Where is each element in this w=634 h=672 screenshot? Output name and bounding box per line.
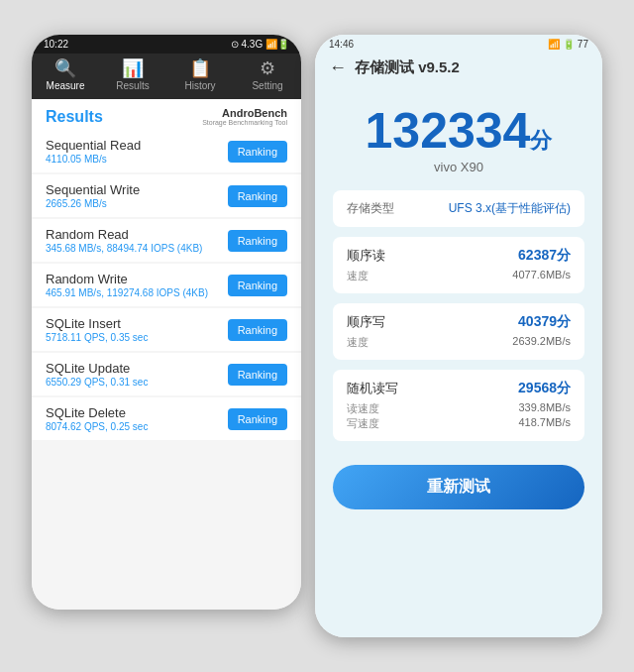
metric-sub-row: 速度 4077.6MB/s <box>347 269 571 283</box>
metric-sub-value: 2639.2MB/s <box>512 335 571 350</box>
icons-left: ⊙ 4.3G 📶🔋 <box>231 39 289 50</box>
results-header: Results AndroBench Storage Benchmarking … <box>32 99 301 130</box>
left-content: Results AndroBench Storage Benchmarking … <box>32 99 301 610</box>
androbench-logo: AndroBench Storage Benchmarking Tool <box>202 107 287 126</box>
metric-sub-row1: 读速度 339.8MB/s <box>347 401 571 416</box>
nav-tabs: 🔍 Measure 📊 Results 📋 History ⚙ Setting <box>32 54 301 99</box>
history-icon: 📋 <box>189 59 211 77</box>
tab-measure[interactable]: 🔍 Measure <box>32 59 99 91</box>
bench-item: Sequential Write 2665.26 MB/s Ranking <box>32 174 301 217</box>
bench-name: SQLite Insert <box>46 316 148 331</box>
logo-main: AndroBench <box>202 107 287 119</box>
score-display: 132334分 <box>333 106 584 156</box>
metric-block: 顺序写 40379分 速度 2639.2MB/s <box>333 303 584 360</box>
bench-value: 345.68 MB/s, 88494.74 IOPS (4KB) <box>46 243 202 254</box>
metric-row: 顺序写 40379分 <box>347 313 571 331</box>
metric-sub-label: 速度 <box>347 269 369 283</box>
bench-item: Random Read 345.68 MB/s, 88494.74 IOPS (… <box>32 219 301 262</box>
bench-item-info: Sequential Read 4110.05 MB/s <box>46 138 141 165</box>
measure-icon: 🔍 <box>54 59 76 77</box>
restart-btn-container: 重新测试 <box>333 451 584 515</box>
bench-name: Random Read <box>46 227 202 242</box>
metric-score: 40379分 <box>518 313 571 331</box>
left-phone: 10:22 ⊙ 4.3G 📶🔋 🔍 Measure 📊 Results 📋 Hi… <box>32 35 301 610</box>
bench-value: 8074.62 QPS, 0.25 sec <box>46 421 148 432</box>
bench-value: 465.91 MB/s, 119274.68 IOPS (4KB) <box>46 287 208 298</box>
results-title: Results <box>46 108 103 126</box>
metric-sub-value2: 418.7MB/s <box>518 416 571 431</box>
tab-setting-label: Setting <box>252 80 282 91</box>
time-right: 14:46 <box>329 39 354 50</box>
time-left: 10:22 <box>44 39 68 50</box>
status-bar-left: 10:22 ⊙ 4.3G 📶🔋 <box>32 35 301 54</box>
ranking-button[interactable]: Ranking <box>228 408 287 430</box>
restart-button[interactable]: 重新测试 <box>333 465 584 509</box>
bench-name: SQLite Update <box>46 361 148 376</box>
benchmark-list: Sequential Read 4110.05 MB/s Ranking Seq… <box>32 130 301 440</box>
metric-sub-row2: 写速度 418.7MB/s <box>347 416 571 431</box>
metric-row: 随机读写 29568分 <box>347 380 571 397</box>
logo-sub: Storage Benchmarking Tool <box>202 119 287 126</box>
metric-score: 29568分 <box>518 380 571 397</box>
metric-name: 顺序写 <box>347 313 385 331</box>
metric-score: 62387分 <box>518 247 571 265</box>
tab-measure-label: Measure <box>47 80 85 91</box>
ranking-button[interactable]: Ranking <box>228 141 287 163</box>
bench-item: Sequential Read 4110.05 MB/s Ranking <box>32 130 301 172</box>
right-header: ← 存储测试 v9.5.2 <box>315 54 602 86</box>
bench-name: Sequential Write <box>46 182 140 197</box>
icons-right: 📶 🔋 77 <box>548 39 588 50</box>
ranking-button[interactable]: Ranking <box>228 230 287 252</box>
bench-name: SQLite Delete <box>46 405 148 420</box>
bench-item-info: SQLite Delete 8074.62 QPS, 0.25 sec <box>46 405 148 432</box>
bench-value: 4110.05 MB/s <box>46 154 141 165</box>
metric-sub-label2: 写速度 <box>347 416 379 431</box>
tab-history-label: History <box>184 80 215 91</box>
bench-item-info: SQLite Update 6550.29 QPS, 0.31 sec <box>46 361 148 388</box>
storage-type-value: UFS 3.x(基于性能评估) <box>449 200 571 217</box>
bench-item: SQLite Delete 8074.62 QPS, 0.25 sec Rank… <box>32 397 301 440</box>
ranking-button[interactable]: Ranking <box>228 364 287 386</box>
metric-sub-label1: 读速度 <box>347 401 379 416</box>
bench-item: SQLite Insert 5718.11 QPS, 0.35 sec Rank… <box>32 308 301 351</box>
bench-name: Sequential Read <box>46 138 141 153</box>
right-body: 132334分 vivo X90 存储类型 UFS 3.x(基于性能评估) 顺序… <box>315 86 602 637</box>
results-icon: 📊 <box>122 59 144 77</box>
ranking-button[interactable]: Ranking <box>228 319 287 341</box>
score-section: 132334分 vivo X90 <box>333 96 584 190</box>
metric-row: 顺序读 62387分 <box>347 247 571 265</box>
metric-block: 随机读写 29568分 读速度 339.8MB/s 写速度 418.7MB/s <box>333 370 584 441</box>
score-unit: 分 <box>530 128 552 153</box>
header-title: 存储测试 v9.5.2 <box>355 58 460 77</box>
metric-sub-row: 速度 2639.2MB/s <box>347 335 571 350</box>
metric-block: 顺序读 62387分 速度 4077.6MB/s <box>333 237 584 293</box>
bench-value: 2665.26 MB/s <box>46 198 140 209</box>
storage-type-row: 存储类型 UFS 3.x(基于性能评估) <box>333 190 584 227</box>
back-arrow[interactable]: ← <box>329 57 347 78</box>
bench-item-info: Random Read 345.68 MB/s, 88494.74 IOPS (… <box>46 227 202 254</box>
ranking-button[interactable]: Ranking <box>228 275 287 296</box>
score-number: 132334 <box>366 103 531 159</box>
bench-name: Random Write <box>46 272 208 286</box>
storage-type-label: 存储类型 <box>347 200 394 217</box>
tab-results[interactable]: 📊 Results <box>99 59 166 91</box>
tab-setting[interactable]: ⚙ Setting <box>234 59 301 91</box>
bench-item: Random Write 465.91 MB/s, 119274.68 IOPS… <box>32 264 301 306</box>
right-phone: 14:46 📶 🔋 77 ← 存储测试 v9.5.2 132334分 vivo … <box>315 35 602 637</box>
metrics-list: 顺序读 62387分 速度 4077.6MB/s 顺序写 40379分 速度 2… <box>333 237 584 441</box>
ranking-button[interactable]: Ranking <box>228 185 287 207</box>
metric-name: 顺序读 <box>347 247 385 265</box>
status-bar-right: 14:46 📶 🔋 77 <box>315 35 602 54</box>
bench-item: SQLite Update 6550.29 QPS, 0.31 sec Rank… <box>32 353 301 395</box>
metric-sub-value1: 339.8MB/s <box>518 401 571 416</box>
metric-sub-label: 速度 <box>347 335 369 350</box>
bench-item-info: Sequential Write 2665.26 MB/s <box>46 182 140 209</box>
metric-name: 随机读写 <box>347 380 398 397</box>
metric-sub-value: 4077.6MB/s <box>512 269 571 283</box>
device-name: vivo X90 <box>333 160 584 174</box>
bench-value: 6550.29 QPS, 0.31 sec <box>46 377 148 388</box>
tab-history[interactable]: 📋 History <box>166 59 234 91</box>
setting-icon: ⚙ <box>260 59 275 77</box>
bench-value: 5718.11 QPS, 0.35 sec <box>46 332 148 343</box>
tab-results-label: Results <box>116 80 149 91</box>
